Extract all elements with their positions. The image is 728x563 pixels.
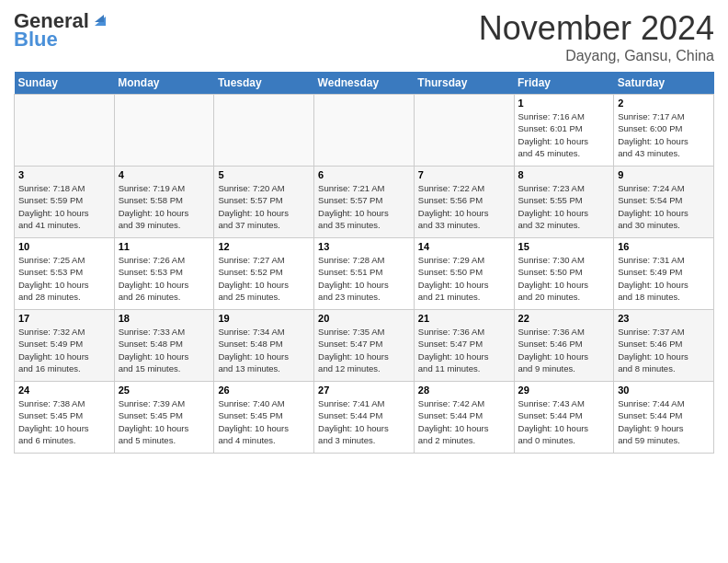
calendar-cell: 5Sunrise: 7:20 AMSunset: 5:57 PMDaylight… <box>214 167 314 238</box>
calendar-cell: 12Sunrise: 7:27 AMSunset: 5:52 PMDayligh… <box>214 238 314 310</box>
day-info: Sunrise: 7:40 AMSunset: 5:45 PMDaylight:… <box>218 397 310 446</box>
day-number: 17 <box>18 313 110 324</box>
day-number: 2 <box>618 98 710 109</box>
day-number: 14 <box>418 241 510 252</box>
day-number: 4 <box>119 169 210 180</box>
day-info: Sunrise: 7:33 AMSunset: 5:48 PMDaylight:… <box>119 326 210 374</box>
calendar-cell: 11Sunrise: 7:26 AMSunset: 5:53 PMDayligh… <box>114 238 214 310</box>
day-number: 22 <box>518 313 610 324</box>
calendar-cell: 4Sunrise: 7:19 AMSunset: 5:58 PMDaylight… <box>114 167 214 238</box>
day-info: Sunrise: 7:37 AMSunset: 5:46 PMDaylight:… <box>618 326 710 374</box>
day-info: Sunrise: 7:29 AMSunset: 5:50 PMDaylight:… <box>418 254 510 303</box>
day-info: Sunrise: 7:38 AMSunset: 5:45 PMDaylight:… <box>18 397 110 446</box>
day-info: Sunrise: 7:21 AMSunset: 5:57 PMDaylight:… <box>318 182 410 231</box>
calendar-cell: 27Sunrise: 7:41 AMSunset: 5:44 PMDayligh… <box>314 382 415 454</box>
day-number: 13 <box>318 241 410 252</box>
calendar-cell: 3Sunrise: 7:18 AMSunset: 5:59 PMDaylight… <box>15 167 115 238</box>
day-number: 1 <box>518 98 610 109</box>
day-info: Sunrise: 7:35 AMSunset: 5:47 PMDaylight:… <box>318 326 410 374</box>
calendar-cell: 26Sunrise: 7:40 AMSunset: 5:45 PMDayligh… <box>214 382 314 454</box>
col-friday: Friday <box>514 72 614 95</box>
calendar-cell: 20Sunrise: 7:35 AMSunset: 5:47 PMDayligh… <box>314 310 415 382</box>
calendar-cell: 18Sunrise: 7:33 AMSunset: 5:48 PMDayligh… <box>114 310 214 382</box>
day-info: Sunrise: 7:39 AMSunset: 5:45 PMDaylight:… <box>119 397 210 446</box>
day-number: 3 <box>18 169 110 180</box>
day-info: Sunrise: 7:36 AMSunset: 5:47 PMDaylight:… <box>418 326 510 374</box>
calendar-cell: 30Sunrise: 7:44 AMSunset: 5:44 PMDayligh… <box>614 382 714 454</box>
day-number: 7 <box>418 169 510 180</box>
day-number: 24 <box>18 385 110 396</box>
day-info: Sunrise: 7:42 AMSunset: 5:44 PMDaylight:… <box>418 397 510 446</box>
day-info: Sunrise: 7:43 AMSunset: 5:44 PMDaylight:… <box>518 397 610 446</box>
day-number: 28 <box>418 385 510 396</box>
day-info: Sunrise: 7:32 AMSunset: 5:49 PMDaylight:… <box>18 326 110 374</box>
calendar-cell: 16Sunrise: 7:31 AMSunset: 5:49 PMDayligh… <box>614 238 714 310</box>
day-number: 21 <box>418 313 510 324</box>
col-monday: Monday <box>114 72 214 95</box>
calendar-cell: 8Sunrise: 7:23 AMSunset: 5:55 PMDaylight… <box>514 167 614 238</box>
day-info: Sunrise: 7:26 AMSunset: 5:53 PMDaylight:… <box>119 254 210 303</box>
calendar-cell: 19Sunrise: 7:34 AMSunset: 5:48 PMDayligh… <box>214 310 314 382</box>
day-number: 9 <box>618 169 710 180</box>
calendar-cell <box>314 95 415 167</box>
calendar-cell: 29Sunrise: 7:43 AMSunset: 5:44 PMDayligh… <box>514 382 614 454</box>
calendar-cell: 23Sunrise: 7:37 AMSunset: 5:46 PMDayligh… <box>614 310 714 382</box>
calendar-week-5: 24Sunrise: 7:38 AMSunset: 5:45 PMDayligh… <box>15 382 714 454</box>
day-number: 6 <box>318 169 410 180</box>
calendar-cell <box>15 95 115 167</box>
logo-blue: Blue <box>14 28 58 52</box>
calendar-table: Sunday Monday Tuesday Wednesday Thursday… <box>14 72 714 454</box>
day-number: 15 <box>518 241 610 252</box>
day-info: Sunrise: 7:31 AMSunset: 5:49 PMDaylight:… <box>618 254 710 303</box>
logo-arrow-icon <box>87 9 108 29</box>
day-number: 10 <box>18 241 110 252</box>
calendar-cell: 6Sunrise: 7:21 AMSunset: 5:57 PMDaylight… <box>314 167 415 238</box>
calendar-cell: 21Sunrise: 7:36 AMSunset: 5:47 PMDayligh… <box>414 310 514 382</box>
day-info: Sunrise: 7:22 AMSunset: 5:56 PMDaylight:… <box>418 182 510 231</box>
col-saturday: Saturday <box>614 72 714 95</box>
col-sunday: Sunday <box>15 72 115 95</box>
title-block: November 2024 Dayang, Gansu, China <box>479 9 714 64</box>
calendar-cell: 17Sunrise: 7:32 AMSunset: 5:49 PMDayligh… <box>15 310 115 382</box>
day-info: Sunrise: 7:17 AMSunset: 6:00 PMDaylight:… <box>618 110 710 159</box>
day-info: Sunrise: 7:30 AMSunset: 5:50 PMDaylight:… <box>518 254 610 303</box>
col-tuesday: Tuesday <box>214 72 314 95</box>
day-number: 8 <box>518 169 610 180</box>
day-number: 18 <box>119 313 210 324</box>
day-number: 20 <box>318 313 410 324</box>
col-wednesday: Wednesday <box>314 72 415 95</box>
calendar-cell <box>214 95 314 167</box>
page-container: General Blue November 2024 Dayang, Gansu… <box>0 0 728 463</box>
day-info: Sunrise: 7:18 AMSunset: 5:59 PMDaylight:… <box>18 182 110 231</box>
day-number: 25 <box>119 385 210 396</box>
day-number: 26 <box>218 385 310 396</box>
day-info: Sunrise: 7:25 AMSunset: 5:53 PMDaylight:… <box>18 254 110 303</box>
calendar-cell: 15Sunrise: 7:30 AMSunset: 5:50 PMDayligh… <box>514 238 614 310</box>
svg-marker-1 <box>95 15 104 22</box>
day-number: 19 <box>218 313 310 324</box>
day-number: 29 <box>518 385 610 396</box>
day-info: Sunrise: 7:36 AMSunset: 5:46 PMDaylight:… <box>518 326 610 374</box>
day-info: Sunrise: 7:44 AMSunset: 5:44 PMDaylight:… <box>618 397 710 446</box>
calendar-cell: 24Sunrise: 7:38 AMSunset: 5:45 PMDayligh… <box>15 382 115 454</box>
day-info: Sunrise: 7:34 AMSunset: 5:48 PMDaylight:… <box>218 326 310 374</box>
calendar-week-3: 10Sunrise: 7:25 AMSunset: 5:53 PMDayligh… <box>15 238 714 310</box>
calendar-cell <box>414 95 514 167</box>
day-info: Sunrise: 7:16 AMSunset: 6:01 PMDaylight:… <box>518 110 610 159</box>
calendar-cell: 10Sunrise: 7:25 AMSunset: 5:53 PMDayligh… <box>15 238 115 310</box>
calendar-cell <box>114 95 214 167</box>
day-number: 30 <box>618 385 710 396</box>
calendar-cell: 9Sunrise: 7:24 AMSunset: 5:54 PMDaylight… <box>614 167 714 238</box>
logo: General Blue <box>14 9 108 52</box>
day-number: 5 <box>218 169 310 180</box>
month-title: November 2024 <box>479 9 714 48</box>
day-info: Sunrise: 7:23 AMSunset: 5:55 PMDaylight:… <box>518 182 610 231</box>
day-number: 12 <box>218 241 310 252</box>
day-number: 11 <box>119 241 210 252</box>
calendar-cell: 7Sunrise: 7:22 AMSunset: 5:56 PMDaylight… <box>414 167 514 238</box>
calendar-cell: 28Sunrise: 7:42 AMSunset: 5:44 PMDayligh… <box>414 382 514 454</box>
col-thursday: Thursday <box>414 72 514 95</box>
day-info: Sunrise: 7:19 AMSunset: 5:58 PMDaylight:… <box>119 182 210 231</box>
day-info: Sunrise: 7:41 AMSunset: 5:44 PMDaylight:… <box>318 397 410 446</box>
day-info: Sunrise: 7:20 AMSunset: 5:57 PMDaylight:… <box>218 182 310 231</box>
